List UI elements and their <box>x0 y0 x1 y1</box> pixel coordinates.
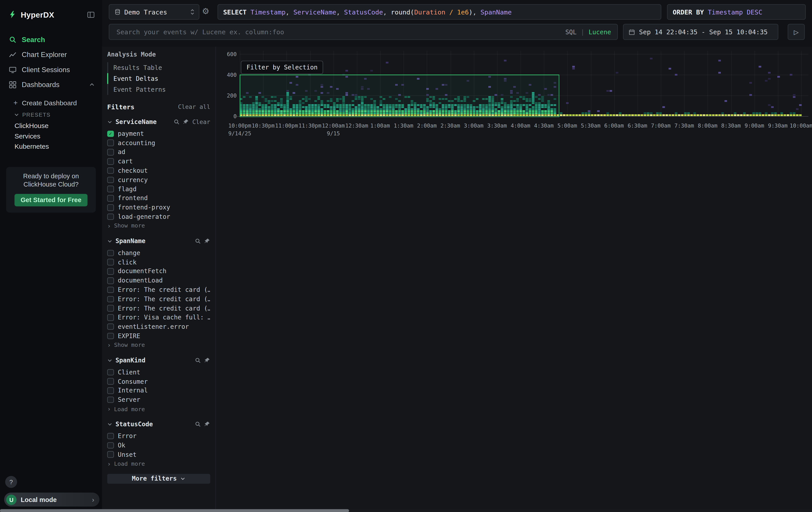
filter-option[interactable]: Error: The credit card (… <box>107 295 210 304</box>
filter-search-icon[interactable] <box>195 421 201 427</box>
filter-group-header[interactable]: ServiceNameClear <box>107 117 210 127</box>
sidebar-preset-services[interactable]: Services <box>0 131 102 141</box>
checkbox[interactable] <box>107 333 114 339</box>
filter-option[interactable]: Consumer <box>107 377 210 386</box>
sidebar-preset-kubernetes[interactable]: Kubernetes <box>0 141 102 152</box>
checkbox[interactable] <box>107 314 114 321</box>
filter-option[interactable]: Server <box>107 395 210 404</box>
checkbox[interactable] <box>107 442 114 449</box>
checkbox[interactable] <box>107 323 114 330</box>
filter-search-icon[interactable] <box>174 119 180 125</box>
user-menu[interactable]: U Local mode › <box>4 493 99 507</box>
checkbox[interactable] <box>107 451 114 458</box>
filter-option[interactable]: frontend <box>107 194 210 203</box>
checkbox[interactable] <box>107 158 114 164</box>
filter-group-header[interactable]: StatusCode <box>107 419 210 429</box>
checkbox[interactable] <box>107 369 114 375</box>
horizontal-scrollbar-thumb[interactable] <box>0 509 349 512</box>
filter-pin-icon[interactable] <box>204 238 210 244</box>
checkbox[interactable] <box>107 186 114 192</box>
filter-group-header[interactable]: SpanName <box>107 236 210 246</box>
filter-option[interactable]: click <box>107 258 210 267</box>
filter-option[interactable]: documentLoad <box>107 276 210 285</box>
filter-option[interactable]: change <box>107 248 210 258</box>
checkbox[interactable] <box>107 167 114 174</box>
more-filters-button[interactable]: More filters <box>107 474 210 484</box>
filter-option[interactable]: Error: The credit card (… <box>107 285 210 294</box>
checkbox[interactable] <box>107 140 114 146</box>
lucene-toggle[interactable]: Lucene <box>588 28 611 36</box>
load-more-button[interactable]: ›Load more <box>107 404 210 414</box>
search-input[interactable] <box>115 27 561 36</box>
filter-option[interactable]: documentFetch <box>107 267 210 276</box>
filter-search-icon[interactable] <box>195 357 201 363</box>
sidebar-item-chart-explorer[interactable]: Chart Explorer <box>0 47 102 62</box>
checkbox[interactable] <box>107 177 114 183</box>
sidebar-collapse-icon[interactable] <box>87 11 95 19</box>
checkbox[interactable] <box>107 268 114 275</box>
filter-group-header[interactable]: SpanKind <box>107 355 210 366</box>
checkbox[interactable] <box>107 378 114 385</box>
filter-option[interactable]: Error <box>107 431 210 440</box>
create-dashboard-button[interactable]: + Create Dashboard <box>0 97 102 109</box>
filter-option[interactable]: Internal <box>107 386 210 395</box>
filter-option[interactable]: frontend-proxy <box>107 203 210 212</box>
filter-pin-icon[interactable] <box>204 357 210 363</box>
date-range-picker[interactable]: Sep 14 22:04:35 - Sep 15 10:04:35 <box>623 24 778 40</box>
filter-option[interactable]: cart <box>107 157 210 166</box>
filter-by-selection-button[interactable]: Filter by Selection <box>241 61 323 74</box>
filter-option[interactable]: Error: Visa cache full: … <box>107 313 210 322</box>
sidebar-item-search[interactable]: Search <box>0 32 102 47</box>
checkbox[interactable] <box>107 387 114 394</box>
filter-option[interactable]: currency <box>107 175 210 184</box>
analysis-mode-results-table[interactable]: Results Table <box>107 62 210 73</box>
checkbox[interactable] <box>107 259 114 265</box>
get-started-button[interactable]: Get Started for Free <box>14 194 88 206</box>
data-source-select[interactable]: Demo Traces <box>109 4 199 20</box>
load-more-button[interactable]: ›Load more <box>107 459 210 468</box>
sidebar-item-dashboards[interactable]: Dashboards <box>0 77 102 92</box>
presets-toggle[interactable]: PRESETS <box>0 109 102 120</box>
sql-toggle[interactable]: SQL <box>566 28 577 36</box>
sidebar-item-client-sessions[interactable]: Client Sessions <box>0 62 102 77</box>
clear-all-button[interactable]: Clear all <box>178 103 210 110</box>
sidebar-preset-clickhouse[interactable]: ClickHouse <box>0 120 102 131</box>
filter-pin-icon[interactable] <box>204 421 210 427</box>
filter-option[interactable]: ad <box>107 147 210 157</box>
checkbox[interactable] <box>107 149 114 155</box>
analysis-mode-event-patterns[interactable]: Event Patterns <box>107 84 210 95</box>
filter-option[interactable]: payment <box>107 129 210 138</box>
filter-option[interactable]: Error: The credit card (… <box>107 304 210 313</box>
checkbox[interactable] <box>107 214 114 220</box>
checkbox[interactable] <box>107 287 114 293</box>
checkbox[interactable] <box>107 305 114 312</box>
filter-option[interactable]: Ok <box>107 441 210 450</box>
gear-icon[interactable]: ⚙ <box>202 7 209 16</box>
checkbox[interactable] <box>107 250 114 256</box>
filter-option[interactable]: eventListener.error <box>107 322 210 331</box>
order-by-input[interactable]: ORDER BY Timestamp DESC <box>667 4 806 20</box>
filter-option[interactable]: EXPIRE <box>107 331 210 341</box>
filter-search-icon[interactable] <box>195 238 201 244</box>
checkbox[interactable] <box>107 397 114 403</box>
checkbox[interactable] <box>107 433 114 439</box>
filter-option[interactable]: Unset <box>107 450 210 459</box>
checkbox[interactable] <box>107 296 114 302</box>
run-query-button[interactable]: ▷ <box>788 24 805 40</box>
checkbox[interactable] <box>107 131 114 137</box>
filter-pin-icon[interactable] <box>183 119 189 125</box>
filter-clear-button[interactable]: Clear <box>192 118 210 126</box>
filter-option[interactable]: load-generator <box>107 212 210 221</box>
show-more-button[interactable]: ›Show more <box>107 341 210 350</box>
help-button[interactable]: ? <box>5 476 17 488</box>
filter-option[interactable]: checkout <box>107 166 210 175</box>
filter-option[interactable]: flagd <box>107 185 210 194</box>
filter-option[interactable]: Client <box>107 368 210 377</box>
checkbox[interactable] <box>107 204 114 211</box>
show-more-button[interactable]: ›Show more <box>107 221 210 231</box>
checkbox[interactable] <box>107 277 114 284</box>
checkbox[interactable] <box>107 195 114 201</box>
analysis-mode-event-deltas[interactable]: Event Deltas <box>107 73 210 84</box>
filter-option[interactable]: accounting <box>107 138 210 147</box>
chart-selection-rect[interactable] <box>240 75 559 117</box>
